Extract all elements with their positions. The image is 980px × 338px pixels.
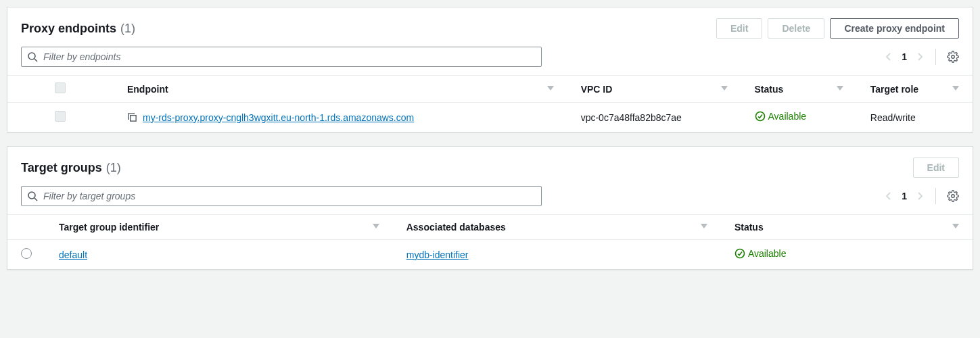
- filter-input[interactable]: [43, 191, 536, 201]
- proxy-endpoints-filter[interactable]: [21, 47, 542, 67]
- target-groups-filter[interactable]: [21, 186, 542, 206]
- page-number: 1: [902, 191, 907, 201]
- svg-marker-3: [547, 86, 554, 91]
- gear-icon[interactable]: [947, 51, 959, 63]
- column-header-identifier[interactable]: Target group identifier: [59, 222, 379, 233]
- status-badge: Available: [734, 248, 787, 259]
- delete-button[interactable]: Delete: [768, 18, 824, 39]
- search-icon: [27, 51, 38, 62]
- target-groups-header: Target groups (1) Edit: [7, 147, 973, 186]
- create-proxy-endpoint-button[interactable]: Create proxy endpoint: [830, 18, 959, 39]
- chevron-left-icon[interactable]: [884, 52, 893, 62]
- column-header-status[interactable]: Status: [734, 222, 959, 233]
- target-group-link[interactable]: default: [59, 249, 87, 260]
- proxy-endpoints-panel: Proxy endpoints (1) Edit Delete Create p…: [7, 7, 973, 132]
- page-number: 1: [902, 51, 907, 62]
- proxy-endpoints-right-tools: 1: [884, 49, 959, 65]
- chevron-right-icon[interactable]: [915, 191, 925, 201]
- pagination: 1: [884, 51, 925, 62]
- endpoint-header-label: Endpoint: [127, 84, 168, 95]
- column-header-status[interactable]: Status: [755, 84, 843, 95]
- search-icon: [27, 191, 38, 201]
- target-groups-actions: Edit: [913, 158, 959, 178]
- svg-marker-12: [373, 224, 379, 228]
- proxy-endpoints-header: Proxy endpoints (1) Edit Delete Create p…: [7, 7, 973, 47]
- svg-marker-6: [952, 86, 959, 91]
- vpc-id-cell: vpc-0c7a48ffa82b8c7ae: [567, 103, 741, 132]
- status-header-label: Status: [734, 222, 764, 233]
- svg-line-1: [34, 59, 37, 62]
- pagination: 1: [884, 191, 925, 201]
- svg-marker-13: [701, 224, 707, 228]
- target-groups-toolbar: 1: [7, 186, 973, 214]
- status-header-label: Status: [755, 84, 784, 95]
- column-header-endpoint[interactable]: Endpoint: [127, 84, 554, 95]
- filter-input[interactable]: [43, 51, 536, 62]
- select-header: [7, 215, 45, 240]
- target-groups-count: (1): [106, 161, 121, 175]
- svg-point-0: [28, 53, 35, 59]
- target-groups-table: Target group identifier Associated datab…: [7, 214, 973, 269]
- proxy-endpoints-toolbar: 1: [7, 47, 973, 75]
- identifier-header-label: Target group identifier: [59, 222, 159, 233]
- row-checkbox[interactable]: [55, 111, 66, 122]
- check-circle-icon: [755, 111, 766, 122]
- status-text: Available: [768, 111, 807, 122]
- associated-db-link[interactable]: mydb-identifier: [406, 249, 469, 260]
- table-row[interactable]: my-rds-proxy.proxy-cnglh3wgxitt.eu-north…: [7, 103, 973, 132]
- divider: [935, 49, 936, 65]
- status-text: Available: [748, 248, 787, 259]
- sort-icon: [701, 224, 707, 231]
- chevron-right-icon[interactable]: [915, 52, 925, 62]
- sort-icon: [837, 86, 843, 93]
- svg-point-9: [28, 192, 35, 199]
- gear-icon[interactable]: [947, 190, 959, 202]
- endpoint-cell: my-rds-proxy.proxy-cnglh3wgxitt.eu-north…: [127, 112, 554, 123]
- copy-icon[interactable]: [127, 112, 137, 122]
- sort-icon: [547, 86, 554, 93]
- column-header-associated-databases[interactable]: Associated databases: [406, 222, 707, 233]
- status-badge: Available: [755, 111, 807, 122]
- divider: [935, 188, 936, 204]
- sort-icon: [721, 86, 728, 93]
- endpoint-link[interactable]: my-rds-proxy.proxy-cnglh3wgxitt.eu-north…: [143, 112, 414, 123]
- proxy-endpoints-table: Endpoint VPC ID Status: [7, 75, 973, 132]
- select-all-checkbox[interactable]: [55, 82, 66, 93]
- svg-marker-5: [837, 86, 843, 91]
- svg-rect-7: [131, 116, 136, 121]
- sort-icon: [952, 86, 959, 93]
- sort-icon: [373, 224, 379, 231]
- column-header-vpc[interactable]: VPC ID: [581, 84, 728, 95]
- column-header-target-role[interactable]: Target role: [870, 84, 959, 95]
- target-groups-panel: Target groups (1) Edit 1: [7, 146, 973, 270]
- target-groups-title: Target groups: [21, 161, 102, 175]
- dbs-header-label: Associated databases: [406, 222, 506, 233]
- page-title: Target groups (1): [21, 161, 121, 175]
- target-groups-right-tools: 1: [884, 188, 959, 204]
- proxy-endpoints-count: (1): [120, 22, 135, 36]
- vpc-header-label: VPC ID: [581, 84, 613, 95]
- svg-marker-14: [952, 224, 959, 228]
- target-role-header-label: Target role: [870, 84, 918, 95]
- check-circle-icon: [734, 248, 745, 259]
- chevron-left-icon[interactable]: [884, 191, 893, 201]
- target-role-cell: Read/write: [857, 103, 973, 132]
- page-title: Proxy endpoints (1): [21, 22, 135, 36]
- svg-marker-4: [721, 86, 728, 91]
- row-radio[interactable]: [21, 248, 32, 259]
- svg-point-11: [952, 195, 955, 198]
- proxy-endpoints-actions: Edit Delete Create proxy endpoint: [716, 18, 959, 39]
- sort-icon: [952, 224, 959, 231]
- edit-button[interactable]: Edit: [913, 158, 959, 178]
- table-row[interactable]: default mydb-identifier Available: [7, 240, 973, 270]
- svg-line-10: [34, 198, 37, 201]
- svg-point-2: [952, 55, 955, 59]
- select-all-header: [7, 76, 114, 103]
- edit-button[interactable]: Edit: [716, 18, 762, 39]
- proxy-endpoints-title: Proxy endpoints: [21, 22, 116, 36]
